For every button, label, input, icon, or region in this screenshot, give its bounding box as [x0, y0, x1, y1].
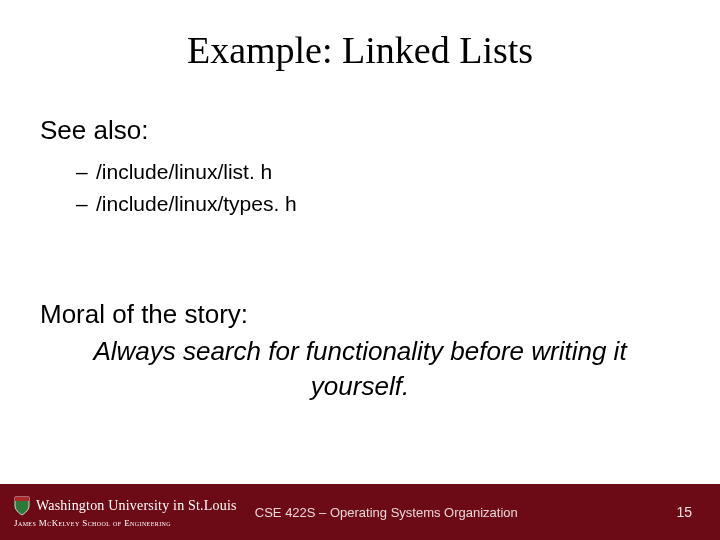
- page-number: 15: [676, 504, 692, 520]
- footer-bar: Washington University in St.Louis James …: [0, 484, 720, 540]
- slide: Example: Linked Lists See also: /include…: [0, 0, 720, 540]
- see-also-heading: See also:: [40, 115, 680, 146]
- footer-logo: Washington University in St.Louis James …: [0, 496, 237, 528]
- see-also-list: /include/linux/list. h /include/linux/ty…: [76, 156, 680, 219]
- university-name: Washington University in St.Louis: [36, 498, 237, 514]
- moral-text: Always search for functionality before w…: [40, 334, 680, 404]
- list-item: /include/linux/list. h: [76, 156, 680, 188]
- course-label: CSE 422S – Operating Systems Organizatio…: [255, 505, 518, 520]
- moral-block: Moral of the story: Always search for fu…: [40, 299, 680, 404]
- list-item: /include/linux/types. h: [76, 188, 680, 220]
- shield-icon: [14, 496, 30, 516]
- slide-title: Example: Linked Lists: [0, 28, 720, 72]
- slide-body: See also: /include/linux/list. h /includ…: [40, 115, 680, 404]
- school-name: James McKelvey School of Engineering: [14, 518, 237, 528]
- moral-heading: Moral of the story:: [40, 299, 680, 330]
